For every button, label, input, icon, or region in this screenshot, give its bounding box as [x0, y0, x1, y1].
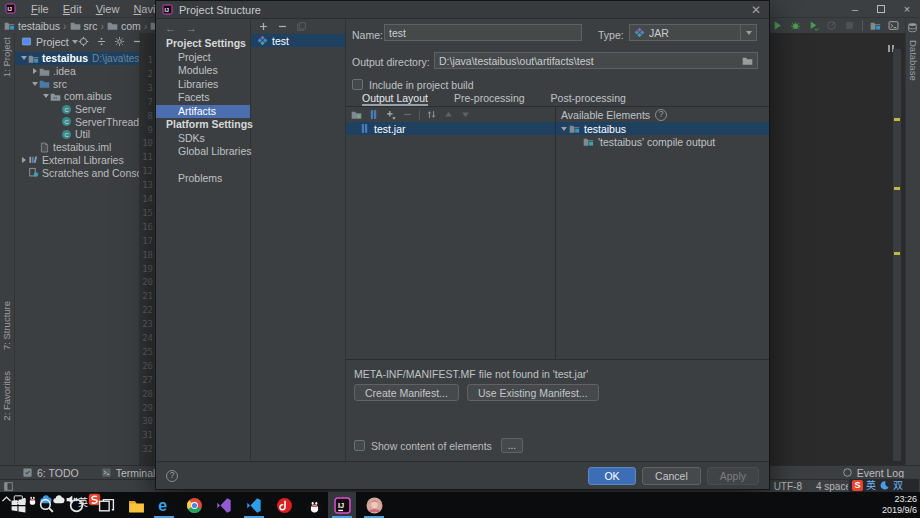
taskbar-app-vscode[interactable] — [240, 492, 268, 518]
menu-item-edit[interactable]: Edit — [56, 3, 89, 15]
tool-window-switcher-icon[interactable] — [3, 481, 14, 492]
breadcrumb-item[interactable]: src — [84, 20, 98, 32]
tree-row[interactable]: 'testaibus' compile output — [556, 135, 769, 148]
add-artifact-icon[interactable] — [258, 21, 269, 32]
tree-row[interactable]: com.aibus — [15, 90, 139, 103]
tree-row[interactable]: testaibus.iml — [15, 141, 139, 154]
create-manifest-button[interactable]: Create Manifest... — [354, 384, 459, 401]
nav-item-artifacts[interactable]: Artifacts — [156, 105, 250, 119]
expander-open-icon[interactable] — [30, 82, 39, 86]
apply-button[interactable]: Apply — [707, 467, 759, 485]
expander-closed-icon[interactable] — [19, 157, 28, 163]
expander-open-icon[interactable] — [41, 94, 50, 98]
tab-output-layout[interactable]: Output Layout — [362, 92, 428, 106]
ime-lang-indicator[interactable]: 英 — [866, 481, 876, 491]
debug-icon[interactable] — [790, 20, 801, 31]
coverage-icon[interactable] — [808, 20, 819, 31]
warning-stripe-mark[interactable] — [894, 118, 900, 121]
taskbar-clock[interactable]: 23:26 2019/9/6 — [869, 494, 917, 516]
add-directory-icon[interactable] — [351, 109, 362, 120]
tree-row[interactable]: src — [15, 77, 139, 90]
project-folder-icon[interactable] — [870, 20, 881, 31]
nav-item-modules[interactable]: Modules — [156, 64, 250, 78]
tree-row[interactable]: CServer — [15, 103, 139, 116]
move-up-icon[interactable] — [443, 109, 454, 120]
taskbar-app-netease-music[interactable] — [270, 492, 298, 518]
type-select[interactable]: JAR — [629, 24, 757, 41]
taskbar-app-avatar[interactable] — [360, 492, 388, 518]
taskbar-app-intellij-idea[interactable]: IJ — [328, 492, 356, 518]
tree-row[interactable]: test.jar — [346, 122, 555, 135]
nav-item-libraries[interactable]: Libraries — [156, 78, 250, 92]
forward-icon[interactable]: → — [186, 22, 197, 34]
terminal-tab[interactable]: Terminal — [101, 467, 156, 479]
add-element-icon[interactable] — [385, 109, 396, 120]
available-elements-help-icon[interactable]: ? — [655, 109, 667, 121]
sidebar-item-project[interactable]: 1: Project — [1, 37, 12, 77]
breadcrumb-item[interactable]: com — [121, 20, 141, 32]
minimize-button[interactable]: – — [842, 0, 868, 18]
taskbar-app-qq[interactable] — [300, 492, 328, 518]
output-directory-field[interactable]: D:\java\testaibus\out\artifacts\test — [434, 52, 758, 69]
taskbar-app-file-explorer[interactable] — [122, 492, 150, 518]
settings-gear-icon[interactable] — [114, 36, 125, 47]
menu-item-file[interactable]: File — [24, 3, 56, 15]
artifact-list-item[interactable]: test — [251, 34, 345, 47]
sidebar-item-database[interactable]: Database — [908, 40, 919, 81]
warning-stripe-mark[interactable] — [894, 252, 900, 255]
collapse-all-icon[interactable] — [96, 36, 107, 47]
breadcrumb-item[interactable]: testaibus — [18, 20, 60, 32]
warning-stripe-mark[interactable] — [894, 187, 900, 190]
tree-row[interactable]: Scratches and Consoles — [15, 166, 139, 179]
help-icon[interactable]: ? — [166, 470, 178, 482]
moon-icon[interactable] — [879, 480, 890, 491]
more-options-button[interactable]: ... — [501, 438, 523, 453]
ime-mode-indicator[interactable]: 双 — [893, 481, 903, 491]
event-log-button[interactable]: Event Log — [842, 467, 904, 479]
sogou-logo-icon[interactable]: S — [852, 480, 863, 491]
tree-row[interactable]: .idea — [15, 65, 139, 78]
tree-row[interactable]: External Libraries — [15, 154, 139, 167]
editor-scrollbar[interactable] — [893, 49, 901, 461]
taskbar-app-edge[interactable]: e — [150, 492, 178, 518]
nav-item-facets[interactable]: Facets — [156, 91, 250, 105]
project-panel-title[interactable]: Project — [36, 36, 69, 48]
show-content-checkbox[interactable] — [354, 440, 365, 451]
use-existing-manifest-button[interactable]: Use Existing Manifest... — [467, 384, 599, 401]
tab-post-processing[interactable]: Post-processing — [551, 92, 626, 106]
taskbar-app-cortana[interactable] — [62, 492, 90, 518]
include-in-build-checkbox[interactable] — [352, 79, 363, 90]
taskbar-app-start[interactable] — [4, 492, 32, 518]
dialog-close-icon[interactable]: ✕ — [751, 4, 761, 16]
expander-open-icon[interactable] — [559, 127, 568, 131]
nav-item-sdks[interactable]: SDKs — [156, 132, 250, 146]
tree-row[interactable]: CServerThread — [15, 115, 139, 128]
tree-row[interactable]: CUtil — [15, 128, 139, 141]
copy-artifact-icon[interactable] — [296, 21, 307, 32]
cancel-button[interactable]: Cancel — [642, 467, 701, 485]
tree-row[interactable]: testaibus — [556, 122, 769, 135]
remove-element-icon[interactable] — [402, 109, 413, 120]
browse-folder-icon[interactable] — [742, 55, 753, 66]
expander-open-icon[interactable] — [19, 56, 28, 60]
taskbar-app-visual-studio[interactable] — [210, 492, 238, 518]
remove-artifact-icon[interactable] — [277, 21, 288, 32]
back-icon[interactable]: ← — [165, 22, 176, 34]
todo-tab[interactable]: 6: TODO — [22, 467, 79, 479]
profiler-icon[interactable] — [826, 20, 837, 31]
taskbar-app-task-view[interactable] — [92, 492, 120, 518]
nav-item-project[interactable]: Project — [156, 51, 250, 65]
menu-item-view[interactable]: View — [89, 3, 127, 15]
maximize-button[interactable] — [868, 0, 894, 18]
expander-closed-icon[interactable] — [30, 68, 39, 74]
taskbar-app-search[interactable] — [32, 492, 60, 518]
tab-pre-processing[interactable]: Pre-processing — [454, 92, 525, 106]
ok-button[interactable]: OK — [588, 467, 636, 485]
encoding-indicator[interactable]: UTF-8 — [774, 481, 802, 492]
close-window-button[interactable]: × — [894, 0, 920, 18]
name-input[interactable] — [384, 24, 582, 41]
sort-elements-icon[interactable] — [426, 109, 437, 120]
sidebar-item-structure[interactable]: 7: Structure — [1, 301, 12, 350]
locate-file-icon[interactable] — [78, 36, 89, 47]
taskbar-app-chrome[interactable] — [180, 492, 208, 518]
